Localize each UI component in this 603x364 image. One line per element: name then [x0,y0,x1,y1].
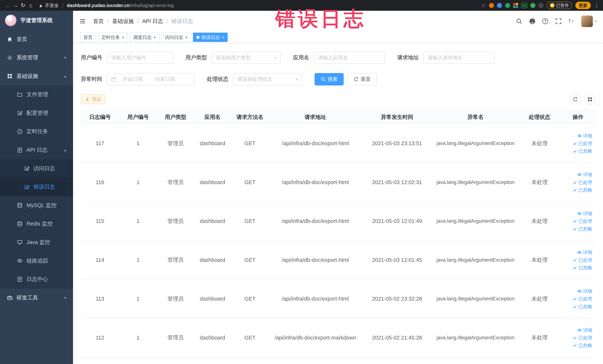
search-icon[interactable] [516,18,522,24]
close-tab-icon[interactable]: × [222,35,224,39]
action-详细[interactable]: 详细 [577,211,592,217]
app-title: 芋道管理系统 [20,17,53,24]
doc-icon [17,147,23,153]
cell-method: GET [231,140,269,146]
cell-url: /api/infra/db-doc/export-html [269,218,361,224]
reset-button[interactable]: 重置 [348,73,377,85]
url-bar[interactable]: dashboard.yudao.iocoder.cn/infra/log/api… [67,3,477,8]
extension-orange-icon[interactable] [489,3,494,8]
request-url-input[interactable] [428,55,490,61]
cell-method: GET [231,218,269,224]
refresh-table-button[interactable] [570,94,581,105]
reload-icon[interactable]: ↻ [19,2,27,9]
action-已处理[interactable]: 已处理 [573,218,592,224]
extension-leaf-icon[interactable] [530,3,535,8]
action-详细[interactable]: 详细 [577,288,592,294]
action-已忽略[interactable]: 已忽略 [573,304,592,310]
back-icon[interactable]: ← [4,2,12,9]
tab-scheduled-tasks[interactable]: 定时任务× [98,33,128,42]
user-id-input[interactable] [111,55,169,61]
sidebar-item-redis-monitor[interactable]: Redis 监控 [0,215,73,233]
tab-error-log[interactable]: 错误日志× [193,33,228,42]
extension-green-icon[interactable] [505,3,510,8]
check-icon [573,343,577,348]
screen: ← → ↻ ⌂ ▲️ 不安全 dashboard.yudao.iocoder.c… [0,0,603,364]
user-type-select[interactable] [216,55,272,61]
browser-menu-kebab-icon[interactable]: ⋮ [594,2,599,8]
column-header: 日志编号 [81,114,119,121]
sidebar-item-system-management[interactable]: 系统管理▾ [0,48,73,67]
action-已处理[interactable]: 已处理 [573,335,592,341]
breadcrumb-item[interactable]: 首页 [93,18,104,25]
help-icon[interactable] [542,18,548,24]
sidebar-item-api-log[interactable]: API 日志▴ [0,141,73,159]
tab-access-log[interactable]: 访问日志× [161,33,191,42]
action-已忽略[interactable]: 已忽略 [573,342,592,348]
action-详细[interactable]: 详细 [577,249,592,255]
sidebar-toggle-icon[interactable] [79,18,86,25]
close-tab-icon[interactable]: × [122,35,124,39]
action-已忽略[interactable]: 已忽略 [573,187,592,193]
cell-id: 114 [81,257,119,263]
action-详细[interactable]: 详细 [577,172,592,178]
action-已忽略[interactable]: 已忽略 [573,265,592,271]
update-button[interactable]: 更新 [575,2,591,9]
action-已忽略[interactable]: 已忽略 [573,226,592,232]
cell-user-type: 管理员 [157,218,194,225]
action-已忽略[interactable]: 已忽略 [573,148,592,154]
sidebar-item-log-center[interactable]: 日志中心 [0,270,73,289]
search-button[interactable]: 搜索 [314,73,344,85]
cell-url: /api/infra/db-doc/export-html [269,179,361,186]
navbar: 首页/基础设施/API 日志/错误日志 TT ▾ [73,11,603,32]
sidebar-item-error-log[interactable]: 错误日志 [0,178,73,196]
end-date-input[interactable] [151,76,179,82]
tab-home[interactable]: 首页 [80,33,96,42]
action-已处理[interactable]: 已处理 [573,140,592,146]
user-menu[interactable]: ▾ [581,16,597,27]
fullscreen-icon[interactable] [555,18,562,24]
cell-app: dashboard [194,140,231,146]
browser-home-icon[interactable]: ⌂ [27,2,35,9]
forward-icon[interactable]: → [12,2,19,9]
action-详细[interactable]: 详细 [577,133,592,139]
sidebar-item-access-log[interactable]: 访问日志 [0,159,73,178]
sidebar-item-config-management[interactable]: 配置管理 [0,104,73,122]
app-name-input[interactable] [318,55,381,61]
sidebar-item-mysql-monitor[interactable]: MySQL 监控 [0,196,73,215]
paused-badge[interactable]: 已暂停 [547,2,572,9]
tab-schedule-log[interactable]: 调度日志× [130,33,159,42]
on-badge-icon[interactable]: on [521,3,527,8]
close-tab-icon[interactable]: × [185,35,188,39]
column-settings-button[interactable] [584,94,595,105]
action-已处理[interactable]: 已处理 [573,257,592,263]
export-button[interactable]: 导出 [81,94,105,104]
extension-paw-icon[interactable] [538,3,544,8]
close-tab-icon[interactable]: × [153,35,156,39]
sidebar-item-infrastructure[interactable]: 基础设施▴ [0,67,73,85]
logo[interactable]: 芋道管理系统 [0,11,73,30]
bookmark-star-icon[interactable]: ☆ [481,2,486,8]
sidebar-item-home[interactable]: 首页 [0,30,73,48]
sidebar-item-scheduled-tasks[interactable]: 定时任务 [0,122,73,141]
action-已处理[interactable]: 已处理 [573,296,592,302]
cell-method: GET [231,335,269,341]
sidebar-item-trace[interactable]: 链路追踪 [0,252,73,270]
action-详细[interactable]: 详细 [577,327,592,333]
font-size-icon[interactable]: TT [568,18,575,24]
extension-blue-icon[interactable] [497,3,502,8]
gear-icon [7,55,13,61]
security-chip[interactable]: ▲️ 不安全 [38,2,59,9]
sidebar-item-java-monitor[interactable]: Java 监控 [0,233,73,252]
process-status-select[interactable] [237,76,294,82]
sidebar-item-dev-tools[interactable]: 研发工具▾ [0,289,73,307]
sidebar-item-file-management[interactable]: 文件管理 [0,85,73,104]
start-date-input[interactable] [119,76,146,82]
action-已处理[interactable]: 已处理 [573,179,592,186]
main: 首页/基础设施/API 日志/错误日志 TT ▾ 首页定时任务×调度日志×访问日… [73,11,603,364]
cell-url: /api/infra/db-doc/export-html [269,296,361,302]
breadcrumb-item[interactable]: 基础设施 [112,18,134,25]
apps-grid-icon[interactable] [513,3,518,8]
breadcrumb-item[interactable]: API 日志 [142,18,163,25]
cell-app: dashboard [194,257,231,263]
github-icon[interactable] [529,18,535,24]
